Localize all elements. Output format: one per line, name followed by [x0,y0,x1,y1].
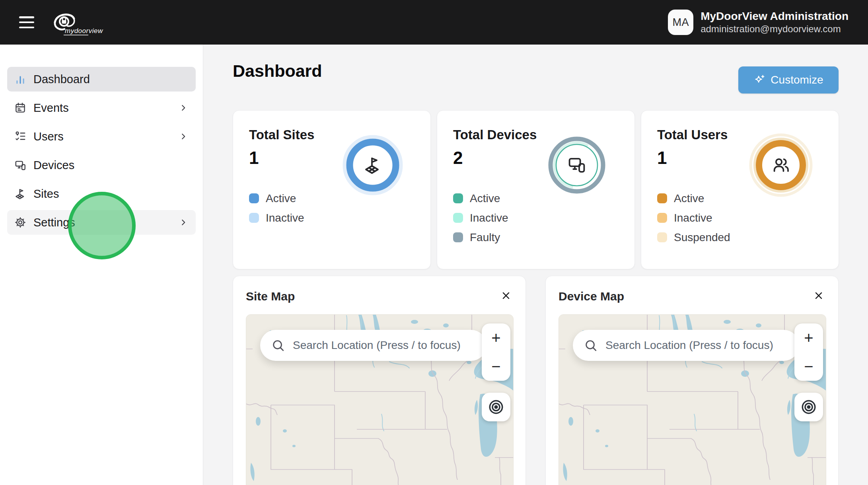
users-icon [775,159,788,171]
avatar: MA [668,10,693,35]
sidebar-item-settings[interactable]: Settings [7,210,196,235]
bullseye-icon [800,399,817,415]
brand-text: mydoorview [65,27,103,35]
gear-icon [14,216,26,228]
chevron-right-icon [179,132,188,141]
legend-label: Active [470,192,500,205]
zoom-in-button[interactable]: + [794,323,823,352]
page-title: Dashboard [233,61,322,81]
zoom-in-button[interactable]: + [482,323,510,352]
search-icon [584,339,597,352]
calendar-icon [14,102,26,114]
search-icon [271,339,285,352]
customize-label: Customize [771,74,823,86]
sidebar-item-label: Events [33,101,69,115]
devices-donut-chart [540,128,614,202]
sidebar-item-label: Settings [33,216,75,229]
close-icon [501,290,511,301]
legend-item: Active [657,189,730,208]
legend: Active Inactive Suspended [657,189,730,247]
device-map-card: Device Map + − [545,276,839,485]
customize-button[interactable]: Customize [738,66,839,93]
total-sites-card: Total Sites 1 Active Inactive [233,110,431,269]
search-location-input[interactable] [293,339,475,352]
map-canvas[interactable]: + − [246,314,514,485]
sidebar-item-label: Dashboard [33,73,90,86]
legend-label: Faulty [470,231,500,244]
legend-item: Active [249,189,304,208]
card-title: Total Sites [249,127,314,142]
legend-swatch [249,213,259,223]
sidebar-item-label: Sites [33,187,59,201]
legend-swatch [453,193,463,203]
legend-swatch [453,213,463,223]
mydoorview-logo: mydoorview [49,8,112,38]
legend-item: Faulty [453,228,508,247]
card-count: 1 [657,148,667,168]
devices-icon [14,159,26,171]
user-menu[interactable]: MA MyDoorView Administration administrat… [668,0,849,45]
legend-label: Active [674,192,704,205]
sidebar-item-sites[interactable]: Sites [7,181,196,206]
legend-swatch [657,193,667,203]
legend-label: Inactive [470,212,508,224]
sidebar-item-label: Users [33,130,64,143]
sidebar-item-devices[interactable]: Devices [7,153,196,177]
legend: Active Inactive Faulty [453,189,508,247]
sidebar-item-events[interactable]: Events [7,95,196,120]
bar-chart-icon [14,73,26,85]
card-title: Total Users [657,127,728,142]
legend-swatch [249,193,259,203]
sidebar-item-label: Devices [33,159,74,172]
legend-item: Inactive [657,208,730,228]
site-flag-icon [14,188,26,200]
locate-button[interactable] [482,393,510,421]
site-flag-icon [366,158,378,173]
legend-swatch [657,232,667,242]
legend-item: Inactive [453,208,508,228]
total-users-card: Total Users 1 Active Inactive [641,110,839,269]
chevron-right-icon [179,218,188,227]
user-email: administration@mydoorview.com [701,23,849,35]
legend-swatch [657,213,667,223]
sidebar: Dashboard Events Users Devices [0,45,203,485]
map-canvas[interactable]: + − [559,314,826,485]
close-icon [814,290,824,301]
chevron-right-icon [179,103,188,112]
card-title: Device Map [559,290,624,303]
close-button[interactable] [812,289,825,302]
legend-label: Inactive [266,212,304,224]
legend-swatch [453,232,463,242]
map-search-bar [260,330,487,361]
map-zoom-control: + − [482,323,510,381]
legend-label: Active [266,192,296,205]
map-zoom-control: + − [794,323,823,381]
top-bar: mydoorview MA MyDoorView Administration … [0,0,868,45]
legend-item: Inactive [249,208,304,228]
legend-label: Suspended [674,231,730,244]
users-donut-chart [744,128,818,202]
card-count: 2 [453,148,463,168]
sidebar-item-users[interactable]: Users [7,124,196,149]
card-count: 1 [249,148,259,168]
legend-item: Active [453,189,508,208]
legend: Active Inactive [249,189,304,228]
locate-button[interactable] [794,393,823,421]
card-title: Total Devices [453,127,537,142]
zoom-out-button[interactable]: − [794,352,823,381]
hamburger-menu-icon[interactable] [18,15,35,30]
close-button[interactable] [499,289,513,302]
main-content: Dashboard Customize Total Sites 1 Active [204,45,868,485]
user-name: MyDoorView Administration [701,10,849,23]
map-search-bar [573,330,799,361]
sites-donut-chart [336,128,410,202]
sidebar-item-dashboard[interactable]: Dashboard [7,67,196,92]
legend-label: Inactive [674,212,712,224]
zoom-out-button[interactable]: − [482,352,510,381]
search-location-input[interactable] [605,339,788,352]
legend-item: Suspended [657,228,730,247]
site-map-card: Site Map + − [233,276,526,485]
user-list-icon [14,131,26,142]
card-title: Site Map [246,290,295,303]
bullseye-icon [488,399,504,415]
